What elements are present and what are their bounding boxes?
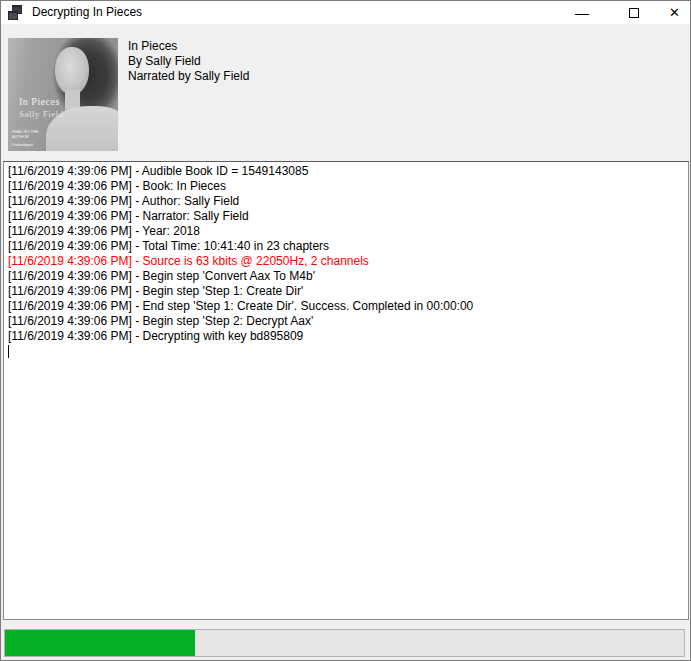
log-line: [11/6/2019 4:39:06 PM] - Author: Sally F… [8,194,684,209]
book-narrator: Narrated by Sally Field [128,69,249,84]
log-line: [11/6/2019 4:39:06 PM] - End step 'Step … [8,299,684,314]
text-caret [8,345,9,358]
book-info: In Pieces By Sally Field Narrated by Sal… [128,39,249,84]
cover-readby-text: READ BY THE AUTHOR [12,129,42,139]
book-cover: In Pieces Sally Field READ BY THE AUTHOR… [8,38,118,151]
book-title: In Pieces [128,39,249,54]
log-line: [11/6/2019 4:39:06 PM] - Begin step 'Ste… [8,284,684,299]
progress-bar [4,629,685,657]
window-title: Decrypting In Pieces [32,5,142,19]
titlebar[interactable]: Decrypting In Pieces — ✕ [1,1,690,24]
maximize-icon [629,8,639,18]
cover-title-text: In Pieces [19,96,60,107]
app-icon [8,5,23,20]
log-line: [11/6/2019 4:39:06 PM] - Total Time: 10:… [8,239,684,254]
log-textbox[interactable]: [11/6/2019 4:39:06 PM] - Audible Book ID… [3,161,689,620]
log-line: [11/6/2019 4:39:06 PM] - Audible Book ID… [8,164,684,179]
cover-edition-text: Unabridged [12,142,33,147]
app-window: Decrypting In Pieces — ✕ In Pieces Sally… [0,0,691,661]
book-author: By Sally Field [128,54,249,69]
close-icon: ✕ [669,5,680,20]
log-line: [11/6/2019 4:39:06 PM] - Narrator: Sally… [8,209,684,224]
log-line: [11/6/2019 4:39:06 PM] - Year: 2018 [8,224,684,239]
cover-author-text: Sally Field [19,109,64,119]
log-line: [11/6/2019 4:39:06 PM] - Begin step 'Con… [8,269,684,284]
minimize-icon: — [575,5,589,21]
log-line: [11/6/2019 4:39:06 PM] - Begin step 'Ste… [8,314,684,329]
cover-portrait-face [55,47,89,95]
log-caret-line [8,344,684,359]
maximize-button[interactable] [611,1,657,24]
minimize-button[interactable]: — [559,1,605,24]
log-line: [11/6/2019 4:39:06 PM] - Source is 63 kb… [8,254,684,269]
close-button[interactable]: ✕ [657,1,691,24]
log-output: [11/6/2019 4:39:06 PM] - Audible Book ID… [8,164,684,344]
progress-fill [5,630,195,656]
log-line: [11/6/2019 4:39:06 PM] - Decrypting with… [8,329,684,344]
log-line: [11/6/2019 4:39:06 PM] - Book: In Pieces [8,179,684,194]
